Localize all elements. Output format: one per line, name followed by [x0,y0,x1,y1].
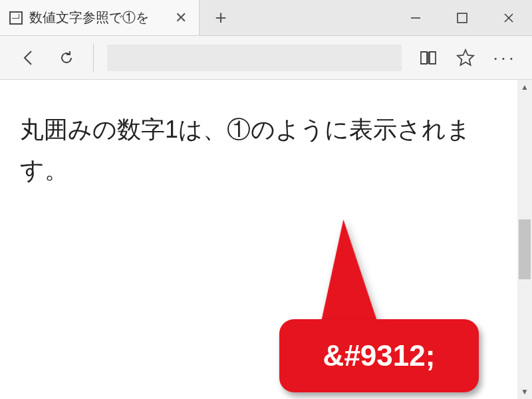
titlebar-spacer [242,0,392,35]
more-button[interactable]: ··· [487,42,519,74]
vertical-scrollbar[interactable]: ▲ ▼ [517,80,532,399]
address-bar[interactable] [107,45,402,71]
content-area: 丸囲みの数字1は、①のように表示されます。 ▲ ▼ &#9312; [0,80,532,399]
scroll-down-arrow[interactable]: ▼ [517,384,532,399]
close-tab-icon[interactable]: ✕ [172,11,190,25]
tab-title: 数値文字参照で①を [29,9,166,27]
callout-pointer [321,219,390,326]
toolbar-separator [93,43,94,72]
page-body-text: 丸囲みの数字1は、①のように表示されます。 [0,80,532,219]
page-icon [9,11,23,25]
scroll-up-arrow[interactable]: ▲ [517,80,532,94]
back-button[interactable] [13,42,45,74]
refresh-button[interactable] [51,42,82,74]
new-tab-button[interactable]: + [200,0,242,35]
callout-code-text: &#9312; [323,339,436,372]
svg-rect-1 [458,13,467,23]
reading-view-button[interactable] [412,42,444,74]
browser-tab[interactable]: 数値文字参照で①を ✕ [0,0,200,35]
titlebar: 数値文字参照で①を ✕ + [0,0,532,36]
close-window-button[interactable] [485,0,532,35]
maximize-button[interactable] [439,0,485,35]
annotation-callout: &#9312; [279,319,479,392]
minimize-button[interactable] [392,0,439,35]
scroll-thumb[interactable] [519,219,531,279]
favorites-button[interactable] [450,42,481,74]
toolbar: ··· [0,36,532,80]
